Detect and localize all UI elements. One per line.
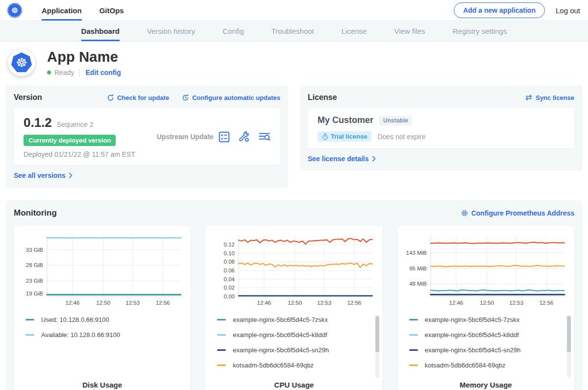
legend-label: example-nginx-5bc6f5d4c5-k8ddf xyxy=(425,331,519,339)
memory-usage-title: Memory Usage xyxy=(403,380,568,390)
svg-text:143 MiB: 143 MiB xyxy=(406,250,427,256)
stopwatch-icon xyxy=(322,133,328,140)
svg-text:12:56: 12:56 xyxy=(347,300,362,306)
legend-label: example-nginx-5bc6f5d4c5-k8ddf xyxy=(233,331,327,339)
version-number: 0.1.2 xyxy=(24,115,52,130)
legend-scrollbar xyxy=(375,315,379,378)
svg-text:12:56: 12:56 xyxy=(539,300,553,306)
svg-text:12:46: 12:46 xyxy=(66,300,80,306)
trial-license-badge: Trial license xyxy=(318,131,371,142)
legend-item: example-nginx-5bc6f5d4c5-7zskx xyxy=(217,316,376,323)
edit-config-link[interactable]: Edit config xyxy=(85,69,121,76)
version-sequence: Sequence 2 xyxy=(57,121,94,128)
legend-item: example-nginx-5bc6f5d4c5-7zskx xyxy=(409,316,568,323)
version-card: Version Check for update Configure au xyxy=(6,85,288,188)
topbar-tab-application[interactable]: Application xyxy=(42,0,82,21)
svg-text:28 GiB: 28 GiB xyxy=(26,262,43,268)
status-text: Ready xyxy=(54,69,74,76)
channel-badge: Unstable xyxy=(379,116,412,125)
subnav-tab-license[interactable]: License xyxy=(342,21,367,41)
sync-license-button[interactable]: Sync license xyxy=(525,94,574,101)
legend-color-dash xyxy=(25,319,34,320)
view-files-icon[interactable] xyxy=(259,131,270,143)
divider xyxy=(79,69,80,76)
svg-text:0.02: 0.02 xyxy=(224,285,235,291)
svg-text:23 GiB: 23 GiB xyxy=(26,278,43,284)
memory-usage-plot: 143 MiB95 MiB48 MiB12:4612:5012:5312:56 xyxy=(403,232,568,309)
legend-item: Used: 10.128.0.66:9100 xyxy=(25,316,185,323)
cpu-usage-title: CPU Usage xyxy=(211,380,376,390)
app-icon: ☸ xyxy=(8,49,35,76)
legend-item: example-nginx-5bc6f5d4c5-sn29h xyxy=(217,346,376,354)
monitoring-title: Monitoring xyxy=(14,208,57,218)
configure-prometheus-button[interactable]: Configure Prometheus Address xyxy=(461,209,574,217)
legend-color-dash xyxy=(25,334,34,336)
monitoring-card: Monitoring Configure Prometheus Address … xyxy=(6,200,582,390)
topbar-actions: Add a new application Log out xyxy=(454,0,580,21)
deployed-timestamp: Deployed 01/21/22 @ 11:57 am EST xyxy=(24,150,135,158)
kubernetes-app-icon: ☸ xyxy=(11,52,32,73)
memory-usage-legend: example-nginx-5bc6f5d4c5-7zskx example-n… xyxy=(403,316,568,380)
svg-text:0.00: 0.00 xyxy=(224,293,235,299)
legend-item: Available: 10.128.0.66:9100 xyxy=(25,331,185,339)
legend-color-dash xyxy=(409,319,418,320)
legend-item: example-nginx-5bc6f5d4c5-k8ddf xyxy=(217,331,376,339)
preflight-checks-icon[interactable] xyxy=(219,131,230,143)
topbar-tab-gitops[interactable]: GitOps xyxy=(99,0,124,21)
configure-automatic-updates-button[interactable]: Configure automatic updates xyxy=(182,94,280,101)
svg-text:95 MiB: 95 MiB xyxy=(409,266,427,271)
legend-label: kotsadm-5db6dc6584-69qbz xyxy=(233,362,314,369)
legend-label: example-nginx-5bc6f5d4c5-7zskx xyxy=(425,316,520,323)
svg-text:12:46: 12:46 xyxy=(449,300,463,306)
logout-button[interactable]: Log out xyxy=(556,6,580,15)
legend-item: kotsadm-5db6dc6584-69qbz xyxy=(217,362,376,369)
app-subnav: DashboardVersion historyConfigTroublesho… xyxy=(0,21,588,42)
legend-label: example-nginx-5bc6f5d4c5-sn29h xyxy=(425,346,521,354)
disk-usage-legend: Used: 10.128.0.66:9100 Available: 10.128… xyxy=(20,316,185,380)
svg-text:12:50: 12:50 xyxy=(288,300,302,306)
version-card-title: Version xyxy=(14,93,42,102)
page-title: App Name xyxy=(47,49,121,65)
subnav-tab-version-history[interactable]: Version history xyxy=(147,21,195,41)
subnav-tab-dashboard[interactable]: Dashboard xyxy=(81,21,120,41)
subnav-tab-registry-settings[interactable]: Registry settings xyxy=(453,21,507,41)
release-label: Upstream Update xyxy=(135,133,219,141)
memory-usage-chart-card: 143 MiB95 MiB48 MiB12:4612:5012:5312:56 … xyxy=(397,226,574,390)
edit-config-icon[interactable] xyxy=(239,131,250,143)
legend-scrollbar-thumb[interactable] xyxy=(567,316,571,352)
legend-color-dash xyxy=(217,334,226,336)
customer-name: My Customer xyxy=(318,115,373,125)
cpu-usage-chart-card: 0.120.100.080.060.040.020.0012:4612:5012… xyxy=(205,226,382,390)
svg-text:0.04: 0.04 xyxy=(224,276,235,282)
disk-usage-title: Disk Usage xyxy=(20,380,185,390)
license-card-title: License xyxy=(308,93,337,102)
legend-label: Available: 10.128.0.66:9100 xyxy=(41,331,120,339)
see-license-details-link[interactable]: See license details xyxy=(308,155,376,163)
see-all-versions-link[interactable]: See all versions xyxy=(14,171,73,179)
license-card: License Sync license My Customer Unstabl… xyxy=(300,85,582,171)
license-summary-row: My Customer Unstable Trial license Does … xyxy=(308,108,574,148)
svg-text:19 GiB: 19 GiB xyxy=(26,291,43,296)
svg-text:12:53: 12:53 xyxy=(509,300,523,306)
svg-text:12:56: 12:56 xyxy=(156,300,170,306)
subnav-tab-troubleshoot[interactable]: Troubleshoot xyxy=(271,21,314,41)
cpu-usage-legend: example-nginx-5bc6f5d4c5-7zskx example-n… xyxy=(211,316,376,380)
legend-label: example-nginx-5bc6f5d4c5-7zskx xyxy=(233,316,328,323)
svg-text:0.06: 0.06 xyxy=(224,268,235,273)
check-for-update-button[interactable]: Check for update xyxy=(107,94,169,101)
topbar-tabs: ApplicationGitOps xyxy=(42,0,124,21)
legend-item: example-nginx-5bc6f5d4c5-k8ddf xyxy=(409,331,568,339)
legend-color-dash xyxy=(409,349,418,351)
brand-logo[interactable]: ☸ xyxy=(7,0,22,21)
legend-color-dash xyxy=(217,349,226,351)
current-version-row: 0.1.2 Sequence 2 Currently deployed vers… xyxy=(14,108,280,165)
svg-text:0.12: 0.12 xyxy=(224,242,235,247)
svg-text:12:53: 12:53 xyxy=(125,300,140,306)
gear-icon xyxy=(461,209,468,217)
svg-text:12:50: 12:50 xyxy=(480,300,494,306)
add-new-application-button[interactable]: Add a new application xyxy=(454,2,545,18)
subnav-tab-view-files[interactable]: View files xyxy=(394,21,425,41)
subnav-tab-config[interactable]: Config xyxy=(222,21,244,41)
sync-arrows-icon xyxy=(525,94,533,101)
legend-scrollbar-thumb[interactable] xyxy=(375,316,379,352)
